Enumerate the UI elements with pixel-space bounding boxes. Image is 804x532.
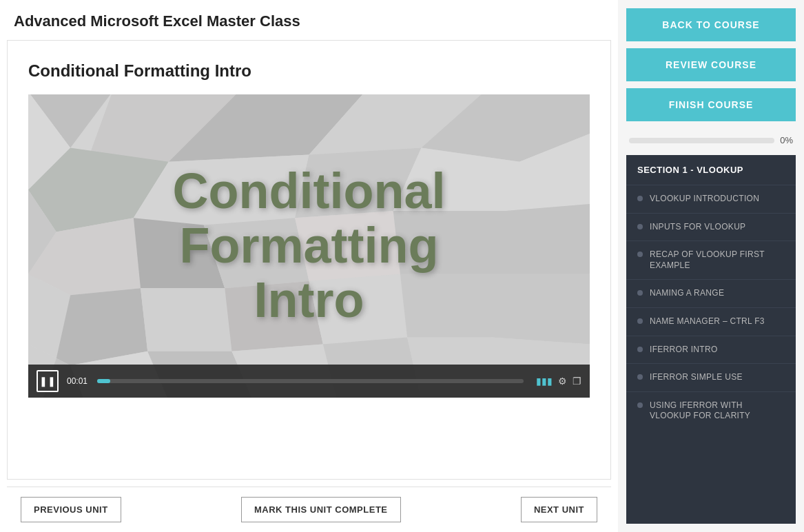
section-item-label: IFERROR INTRO: [650, 345, 718, 356]
progress-section: 0%: [626, 128, 796, 148]
settings-icon[interactable]: ⚙: [558, 376, 567, 387]
course-title: Advanced Microsoft Excel Master Class: [14, 12, 604, 30]
progress-label: 0%: [780, 135, 793, 145]
course-progress-bar: [629, 138, 774, 143]
item-dot: [637, 252, 643, 257]
item-dot: [637, 318, 643, 324]
list-item[interactable]: NAMING A RANGE: [626, 279, 796, 307]
next-unit-button[interactable]: NEXT UNIT: [521, 497, 597, 522]
previous-unit-button[interactable]: PREVIOUS UNIT: [21, 497, 121, 522]
svg-marker-18: [56, 288, 147, 365]
item-dot: [637, 290, 643, 296]
review-course-button[interactable]: REVIEW COURSE: [626, 48, 796, 81]
section-item-label: RECAP OF VLOOKUP FIRST EXAMPLE: [650, 249, 785, 271]
fullscreen-icon[interactable]: ❐: [573, 376, 581, 387]
mark-complete-button[interactable]: MARK THIS UNIT COMPLETE: [241, 497, 401, 522]
section-header: SECTION 1 - VLOOKUP: [626, 155, 796, 185]
list-item[interactable]: VLOOKUP INTRODUCTION: [626, 185, 796, 213]
course-sections-list: SECTION 1 - VLOOKUP VLOOKUP INTRODUCTION…: [626, 155, 796, 524]
finish-course-button[interactable]: FINISH COURSE: [626, 88, 796, 121]
video-progress-bar[interactable]: [97, 379, 524, 383]
section-item-label: VLOOKUP INTRODUCTION: [650, 194, 759, 205]
video-progress-fill: [97, 379, 110, 383]
item-dot: [637, 402, 643, 408]
section-item-label: USING IFERROR WITH VLOOKUP FOR CLARITY: [650, 400, 785, 422]
back-to-course-button[interactable]: BACK TO COURSE: [626, 8, 796, 41]
item-dot: [637, 224, 643, 229]
item-dot: [637, 374, 643, 380]
list-item[interactable]: USING IFERROR WITH VLOOKUP FOR CLARITY: [626, 391, 796, 430]
section-item-label: INPUTS FOR VLOOKUP: [650, 222, 745, 233]
section-item-label: NAMING A RANGE: [650, 288, 724, 299]
unit-title: Conditional Formatting Intro: [8, 41, 610, 94]
list-item[interactable]: IFERROR SIMPLE USE: [626, 363, 796, 391]
list-item[interactable]: IFERROR INTRO: [626, 336, 796, 364]
item-dot: [637, 196, 643, 201]
video-player[interactable]: Conditional Formatting Intro ❚❚ 00:01 ▮▮…: [28, 94, 590, 398]
pause-icon: ❚❚: [39, 376, 56, 387]
section-item-label: NAME MANAGER – CTRL F3: [650, 316, 765, 327]
time-display: 00:01: [67, 376, 87, 386]
volume-icon[interactable]: ▮▮▮: [536, 376, 553, 387]
section-item-label: IFERROR SIMPLE USE: [650, 372, 743, 383]
list-item[interactable]: INPUTS FOR VLOOKUP: [626, 213, 796, 241]
video-overlay-text: Conditional Formatting Intro: [173, 164, 446, 328]
video-controls-bar: ❚❚ 00:01 ▮▮▮ ⚙ ❐: [28, 365, 590, 398]
list-item[interactable]: RECAP OF VLOOKUP FIRST EXAMPLE: [626, 241, 796, 279]
pause-button[interactable]: ❚❚: [37, 370, 59, 392]
right-sidebar: BACK TO COURSE REVIEW COURSE FINISH COUR…: [618, 0, 804, 532]
unit-nav-bar: PREVIOUS UNIT MARK THIS UNIT COMPLETE NE…: [7, 487, 611, 532]
item-dot: [637, 347, 643, 352]
list-item[interactable]: NAME MANAGER – CTRL F3: [626, 307, 796, 336]
